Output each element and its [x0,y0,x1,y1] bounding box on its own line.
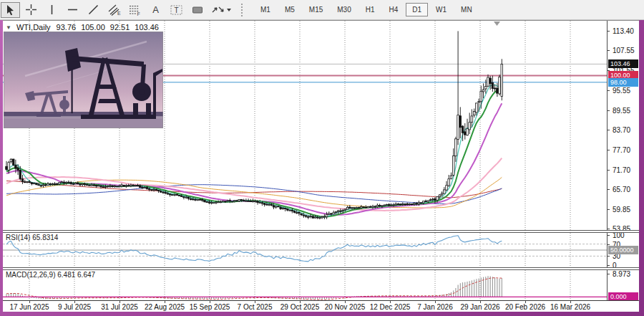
trendline-icon [88,4,99,15]
scale-tick-label: 107.55 [613,47,635,54]
shapes-icon [192,5,203,15]
scale-tick [608,90,610,91]
chart-shift-marker [494,21,500,26]
crosshair-tool[interactable] [21,2,41,18]
support-level-badge: 98.00 [608,78,638,87]
timeframe-h4[interactable]: H4 [383,3,405,16]
macd-zero-badge: 0.000 [608,292,638,300]
scale-tick-label: 77.70 [613,146,630,154]
channel-sub-label: E [117,11,121,16]
crosshair-icon [26,4,36,15]
toolbar-grip[interactable] [241,4,248,16]
scale-tick [608,31,610,32]
scale-tick-label: 53.85 [613,225,630,231]
chart-title: ▼ WTI,Daily 93.76 105.00 92.51 103.46 [6,23,159,32]
scale-tick-label: 83.70 [613,126,630,134]
scale-tick-label: 113.40 [613,27,634,35]
text-label-tool[interactable]: T [167,2,186,18]
chart-area: ▼ WTI,Daily 93.76 105.00 92.51 103.46 [3,20,639,312]
arrows-tool[interactable] [208,2,234,18]
scale-tick [608,209,610,210]
cursor-icon [5,4,16,16]
rsi-level-badge: 50.0000 [608,246,638,254]
oilfield-photo [4,32,163,128]
chart-window: ▼ WTI,Daily 93.76 105.00 92.51 103.46 [0,20,644,316]
ohlc-close: 103.46 [135,23,159,32]
timeframe-m5[interactable]: M5 [278,3,301,16]
time-axis-label: 29 Oct 2025 [280,303,319,311]
scale-tick [608,189,610,190]
macd-pane[interactable]: MACD(12,26,9) 6.481 6.647 8.9730.000 [3,270,639,300]
time-axis-label: 16 Mar 2026 [550,303,590,311]
scale-tick [608,244,610,245]
rsi-scale[interactable]: 1007030050.0000 [607,233,639,267]
time-axis-label: 7 Oct 2025 [238,303,273,311]
shapes-tool[interactable] [187,2,207,18]
scale-tick-label: 0 [613,262,617,268]
timeframe-m1[interactable]: M1 [254,3,277,16]
scale-tick-label: 59.85 [613,206,630,214]
fibonacci-icon: F [129,4,142,16]
scale-tick-label: 89.55 [613,107,630,115]
time-axis-label: 20 Feb 2026 [505,303,545,311]
collapse-arrow-icon[interactable]: ▼ [6,24,11,31]
trading-terminal: E F A T M1M5M [0,0,644,316]
scale-tick-label: 100 [613,233,625,239]
time-axis-label: 20 Nov 2025 [325,303,366,311]
scale-tick [608,235,610,236]
macd-label: MACD(12,26,9) 6.481 6.647 [6,271,95,279]
vertical-line-tool[interactable] [42,2,62,18]
timeframe-h1[interactable]: H1 [359,3,381,16]
horizontal-line-tool[interactable] [63,2,82,18]
price-scale[interactable]: 113.40107.55101.5595.5589.5583.7077.7071… [607,21,639,230]
timeframe-m30[interactable]: M30 [331,3,357,16]
time-axis[interactable]: 17 Jun 20259 Jul 202531 Jul 202522 Aug 2… [3,300,639,312]
text-tool[interactable]: A [146,2,165,18]
time-axis-label: 7 Jan 2026 [417,303,453,311]
time-axis-label: 31 Jul 2025 [101,303,138,311]
fibo-sub-label: F [137,11,140,16]
rsi-label: RSI(14) 65.8314 [6,234,58,241]
scale-tick [608,170,610,171]
scale-tick-label: 8.973 [613,270,630,278]
equidistant-channel-tool[interactable]: E [104,2,124,18]
timeframe-d1[interactable]: D1 [406,3,428,16]
rsi-canvas[interactable] [3,233,607,267]
time-axis-label: 9 Jul 2025 [58,303,91,311]
scale-tick [608,150,610,150]
horizontal-line-icon [67,4,78,15]
scale-tick [608,130,610,130]
rsi-pane[interactable]: RSI(14) 65.8314 1007030050.0000 [3,233,639,267]
scale-tick-label: 65.70 [613,186,630,193]
time-axis-label: 29 Jan 2026 [460,303,499,311]
current-price-badge: 103.46 [608,59,638,68]
trendline-tool[interactable] [84,2,103,18]
arrows-icon [210,4,232,15]
fibonacci-retracement-tool[interactable]: F [125,2,145,18]
timeframe-w1[interactable]: W1 [429,3,453,16]
time-axis-label: 17 Jun 2025 [9,303,49,311]
cursor-tool[interactable] [1,2,20,18]
svg-text:T: T [175,6,179,14]
scale-tick [608,229,610,229]
main-chart-pane[interactable]: ▼ WTI,Daily 93.76 105.00 92.51 103.46 [3,20,639,230]
ohlc-low: 92.51 [110,23,130,32]
toolbar: E F A T M1M5M [0,0,644,20]
time-axis-label: 15 Sep 2025 [190,303,230,311]
timeframe-m15[interactable]: M15 [303,3,329,16]
timeframe-mn[interactable]: MN [454,3,479,16]
macd-scale[interactable]: 8.9730.000 [607,270,639,300]
vertical-line-icon [47,4,57,15]
scale-tick [608,110,610,111]
scale-tick [608,274,610,274]
text-label-icon: T [170,4,182,16]
scale-tick-label: 95.55 [613,87,630,95]
scale-tick [608,256,610,257]
scale-tick [608,50,610,51]
scale-tick-label: 71.70 [613,166,630,174]
pumpjack-photo-illustration [4,32,163,128]
equidistant-channel-icon: E [108,4,121,16]
ohlc-open: 93.76 [57,23,77,32]
scale-tick [608,265,610,266]
time-axis-label: 22 Aug 2025 [145,303,185,311]
